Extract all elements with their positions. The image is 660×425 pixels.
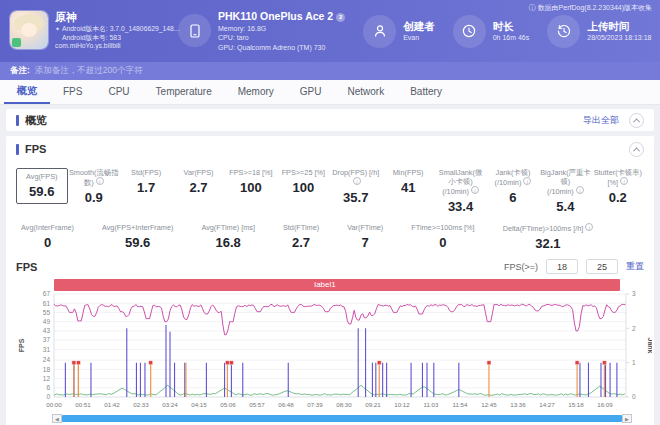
device-gpu: GPU: Qualcomm Adreno (TM) 730 bbox=[218, 43, 345, 53]
svg-text:Jank: Jank bbox=[647, 338, 652, 354]
threshold-reset-link[interactable]: 重置 bbox=[626, 260, 644, 273]
svg-text:FPS: FPS bbox=[18, 339, 25, 353]
chevron-up-icon bbox=[633, 147, 640, 154]
app-name: 原神 bbox=[55, 11, 180, 25]
info-icon[interactable]: i bbox=[471, 186, 479, 194]
stat-label: Avg(InterFrame) bbox=[21, 223, 74, 232]
phone-icon bbox=[178, 14, 211, 47]
device-info-block: PHK110 OnePlus Ace 22 Memory: 16.8G CPU:… bbox=[178, 9, 345, 53]
stat-label: Avg(FPS+InterFrame) bbox=[102, 223, 173, 232]
fps-section-title: FPS bbox=[25, 143, 46, 155]
app-icon-badge bbox=[12, 38, 21, 47]
stat-label: BigJank(严重卡顿)(/10min)i bbox=[540, 168, 590, 196]
svg-text:18: 18 bbox=[43, 366, 51, 373]
stat-label: Drop(FPS) [/h]i bbox=[331, 168, 381, 187]
stat-value: 6 bbox=[488, 190, 538, 205]
scroll-right-button[interactable]: ▶ bbox=[622, 414, 632, 423]
stat-smooth: Smooth(流畅指数)i0.9 bbox=[68, 168, 120, 205]
stat-label: Var(FPS) bbox=[173, 168, 223, 177]
person-icon bbox=[363, 15, 396, 48]
stat-label: Avg(FTime) [ms] bbox=[201, 223, 255, 232]
stat-label: FTime>=100ms [%] bbox=[411, 223, 474, 232]
scroll-left-button[interactable]: ◀ bbox=[52, 414, 62, 423]
collapse-overview-button[interactable] bbox=[629, 113, 644, 128]
tab-temperature[interactable]: Temperature bbox=[143, 80, 225, 104]
export-all-link[interactable]: 导出全部 bbox=[583, 114, 619, 127]
stat-value: 2.7 bbox=[283, 235, 319, 250]
svg-text:13:36: 13:36 bbox=[510, 401, 526, 408]
info-icon[interactable]: i bbox=[585, 223, 593, 231]
stat-value: 1.7 bbox=[121, 180, 171, 195]
note-bar[interactable]: 备注: 添加备注，不超过200个字符 bbox=[0, 62, 660, 80]
tab-battery[interactable]: Battery bbox=[397, 80, 455, 104]
svg-text:6: 6 bbox=[46, 385, 50, 392]
scrollbar-thumb[interactable] bbox=[62, 415, 622, 422]
creator-block: 创建者 Evan bbox=[363, 15, 435, 48]
fps-chart-svg[interactable]: 06121824313743495561670123FPSJank00:0000… bbox=[16, 291, 652, 409]
history-clock-icon bbox=[547, 15, 580, 48]
svg-text:10:12: 10:12 bbox=[394, 401, 410, 408]
svg-text:00:51: 00:51 bbox=[75, 401, 91, 408]
stat-bigjank: BigJank(严重卡顿)(/10min)i5.4 bbox=[539, 168, 591, 214]
stat-drop-fps: Drop(FPS) [/h]i35.7 bbox=[330, 168, 382, 205]
app-version-name: Android版本名: 3.7.0_14806629_148... bbox=[62, 25, 180, 32]
tab-network[interactable]: Network bbox=[335, 80, 398, 104]
info-icon[interactable]: i bbox=[523, 177, 531, 185]
info-icon[interactable]: i bbox=[96, 177, 104, 185]
stat-value: 16.8 bbox=[201, 235, 255, 250]
accent-bar bbox=[16, 144, 19, 155]
threshold-label: FPS(>=) bbox=[504, 262, 538, 272]
svg-text:15:18: 15:18 bbox=[568, 401, 584, 408]
stat-var-ftime: Var(FTime)7 bbox=[346, 223, 384, 250]
stat-value: 2.7 bbox=[173, 180, 223, 195]
stat-value: 33.4 bbox=[435, 199, 485, 214]
svg-text:14:27: 14:27 bbox=[539, 401, 555, 408]
stat-avg-fps[interactable]: Avg(FPS)59.6 bbox=[16, 168, 68, 204]
svg-text:43: 43 bbox=[43, 328, 51, 335]
app-info-block: 原神 ✦Android版本名: 3.7.0_14806629_148... An… bbox=[10, 11, 160, 50]
bullet-icon: ✦ bbox=[55, 26, 60, 32]
stat-value: 41 bbox=[383, 180, 433, 195]
svg-text:24: 24 bbox=[43, 357, 51, 364]
tab-memory[interactable]: Memory bbox=[225, 80, 287, 104]
info-icon[interactable]: i bbox=[353, 177, 361, 185]
stat-fps-ge-18: FPS>=18 [%]100 bbox=[225, 168, 277, 195]
chevron-up-icon bbox=[633, 118, 640, 125]
threshold-input-high[interactable] bbox=[586, 259, 618, 274]
tab-cpu[interactable]: CPU bbox=[95, 80, 142, 104]
fps-chart[interactable]: 06121824313743495561670123FPSJank00:0000… bbox=[16, 291, 644, 413]
svg-text:09:21: 09:21 bbox=[365, 401, 381, 408]
tab-fps[interactable]: FPS bbox=[50, 80, 95, 104]
fps-stats-row-2: Avg(InterFrame)0Avg(FPS+InterFrame)59.6A… bbox=[16, 223, 644, 251]
device-name: PHK110 OnePlus Ace 2 bbox=[218, 10, 333, 22]
stat-label: Std(FTime) bbox=[283, 223, 319, 232]
svg-text:05:57: 05:57 bbox=[249, 401, 265, 408]
stat-value: 7 bbox=[347, 235, 383, 250]
info-icon[interactable]: i bbox=[576, 186, 584, 194]
svg-text:2: 2 bbox=[632, 325, 636, 332]
stat-value: 100 bbox=[278, 180, 328, 195]
upload-time-label: 上传时间 bbox=[587, 19, 651, 34]
stat-label: SmallJank(微小卡顿)(/10min)i bbox=[435, 168, 485, 196]
tab-gpu[interactable]: GPU bbox=[287, 80, 335, 104]
tab-概览[interactable]: 概览 bbox=[4, 80, 50, 104]
stat-avg-ftime: Avg(FTime) [ms]16.8 bbox=[200, 223, 256, 250]
stat-std-ftime: Std(FTime)2.7 bbox=[282, 223, 320, 250]
stat-value: 0 bbox=[21, 235, 74, 250]
chart-title: FPS bbox=[16, 261, 37, 273]
svg-text:49: 49 bbox=[43, 318, 51, 325]
svg-text:61: 61 bbox=[43, 300, 51, 307]
svg-text:08:30: 08:30 bbox=[336, 401, 352, 408]
collapse-fps-button[interactable] bbox=[629, 142, 644, 157]
chart-scrollbar[interactable]: ◀ ▶ bbox=[52, 414, 632, 423]
info-icon[interactable]: i bbox=[620, 177, 628, 185]
svg-text:3: 3 bbox=[632, 291, 636, 297]
threshold-input-low[interactable] bbox=[546, 259, 578, 274]
stat-jank: Jank(卡顿)(/10min)i6 bbox=[487, 168, 539, 205]
stat-label: Std(FPS) bbox=[121, 168, 171, 177]
stat-label: Jank(卡顿)(/10min)i bbox=[488, 168, 538, 187]
stat-value: 0.2 bbox=[593, 190, 643, 205]
overview-section: 概览 导出全部 bbox=[6, 109, 654, 131]
annotation-label: label1 bbox=[314, 280, 335, 289]
label-annotation-banner[interactable]: label1 bbox=[54, 279, 620, 291]
